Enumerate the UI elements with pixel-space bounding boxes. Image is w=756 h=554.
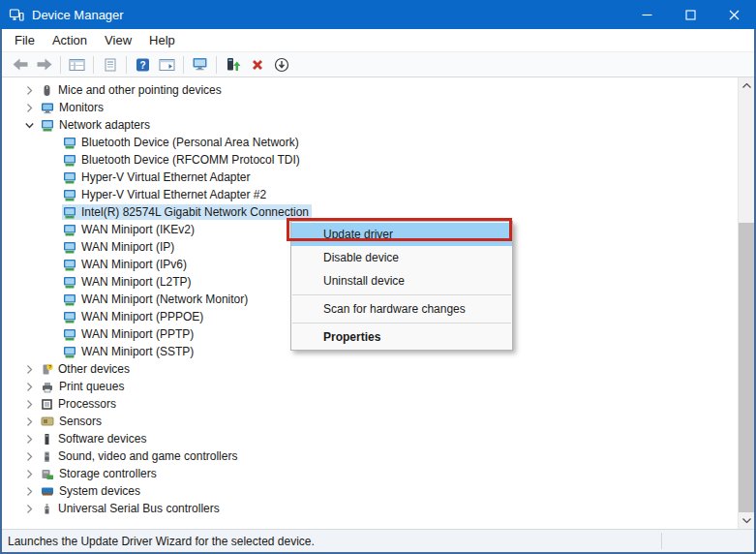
tree-item[interactable]: Intel(R) 82574L Gigabit Network Connecti…: [2, 203, 738, 221]
tree-item-content[interactable]: Sensors: [40, 414, 105, 429]
chevron-right-icon[interactable]: [25, 470, 40, 478]
minimize-button[interactable]: [625, 0, 669, 29]
tree-item[interactable]: Mice and other pointing devices: [2, 81, 738, 99]
help-button[interactable]: ?: [131, 53, 155, 76]
monitor-icon: [41, 102, 54, 114]
tree-item-content[interactable]: Hyper-V Virtual Ethernet Adapter #2: [62, 187, 269, 202]
tree-item-content[interactable]: Mice and other pointing devices: [40, 82, 225, 98]
scrollbar-thumb[interactable]: [739, 223, 754, 512]
properties-list-button[interactable]: [98, 53, 122, 76]
sound-icon: [41, 450, 53, 463]
chevron-right-icon[interactable]: [25, 104, 40, 112]
context-menu-uninstall-device[interactable]: Uninstall device: [291, 269, 512, 292]
tree-item[interactable]: Bluetooth Device (Personal Area Network): [2, 134, 738, 151]
tree-item-content[interactable]: WAN Miniport (IP): [62, 239, 177, 255]
tree-item-content[interactable]: WAN Miniport (Network Monitor): [62, 292, 251, 307]
tree-item-content[interactable]: Hyper-V Virtual Ethernet Adapter: [62, 169, 254, 185]
tree-item-content[interactable]: WAN Miniport (PPPOE): [62, 309, 206, 324]
toolbar-separator: [60, 56, 61, 74]
tree-item-label: WAN Miniport (PPPOE): [81, 310, 203, 323]
toolbar-separator: [93, 56, 94, 74]
mouse-icon: [41, 84, 53, 97]
tree-item-content[interactable]: Storage controllers: [40, 466, 160, 481]
tree-item-label: Other devices: [58, 362, 130, 376]
scroll-up-button[interactable]: [739, 77, 754, 94]
tree-item-content[interactable]: Bluetooth Device (RFCOMM Protocol TDI): [62, 152, 303, 168]
tree-item-content[interactable]: Bluetooth Device (Personal Area Network): [62, 135, 302, 150]
tree-item-content[interactable]: WAN Miniport (IKEv2): [62, 222, 197, 237]
tree-item[interactable]: Network adapters: [2, 116, 738, 134]
tree-item-content[interactable]: Universal Serial Bus controllers: [40, 501, 223, 516]
chevron-right-icon[interactable]: [25, 452, 40, 461]
chevron-right-icon[interactable]: [25, 487, 40, 496]
close-button[interactable]: [712, 0, 756, 29]
tree-item[interactable]: Hyper-V Virtual Ethernet Adapter: [2, 169, 738, 186]
tree-item-content[interactable]: Sound, video and game controllers: [40, 448, 240, 464]
scan-hardware-icon: [274, 57, 289, 73]
vertical-scrollbar[interactable]: [738, 77, 754, 529]
context-menu-disable-device[interactable]: Disable device: [291, 246, 512, 269]
back-button[interactable]: [8, 53, 32, 76]
forward-icon: [36, 58, 53, 71]
tree-item-content-selected[interactable]: Intel(R) 82574L Gigabit Network Connecti…: [62, 204, 312, 220]
remote-computer-button[interactable]: [188, 53, 212, 76]
forward-button[interactable]: [32, 53, 56, 76]
tree-item-label: WAN Miniport (L2TP): [81, 275, 192, 289]
tree-item[interactable]: Software devices: [2, 430, 738, 447]
tree-item-content[interactable]: Print queues: [40, 379, 127, 394]
minimize-icon: [642, 10, 652, 20]
console-tree-button[interactable]: [65, 53, 89, 76]
tree-item[interactable]: Universal Serial Bus controllers: [2, 500, 738, 517]
maximize-button[interactable]: [669, 0, 712, 29]
network-adapter-icon: [63, 328, 76, 341]
update-driver-button[interactable]: [221, 53, 245, 76]
tree-item-label: Mice and other pointing devices: [58, 83, 222, 97]
menu-file[interactable]: File: [6, 30, 44, 50]
chevron-right-icon[interactable]: [25, 400, 40, 409]
tree-item-label: Network adapters: [59, 118, 150, 132]
scan-hardware-button[interactable]: [269, 53, 293, 76]
action-pane-button[interactable]: [155, 53, 179, 76]
tree-item[interactable]: System devices: [2, 482, 738, 500]
context-menu-scan-for-hardware-changes[interactable]: Scan for hardware changes: [291, 297, 512, 321]
tree-item-content[interactable]: Software devices: [40, 431, 149, 446]
tree-item[interactable]: Monitors: [2, 99, 738, 116]
uninstall-device-button[interactable]: [245, 53, 269, 76]
menu-help[interactable]: Help: [140, 30, 184, 50]
chevron-right-icon[interactable]: [25, 435, 40, 444]
tree-item-label: Hyper-V Virtual Ethernet Adapter: [81, 170, 251, 184]
tree-item[interactable]: Sound, video and game controllers: [2, 447, 738, 465]
tree-item-content[interactable]: WAN Miniport (SSTP): [62, 344, 197, 359]
tree-item[interactable]: Hyper-V Virtual Ethernet Adapter #2: [2, 186, 738, 203]
tree-item-content[interactable]: WAN Miniport (L2TP): [62, 274, 195, 290]
context-menu-properties[interactable]: Properties: [291, 325, 512, 349]
chevron-right-icon[interactable]: [25, 505, 40, 513]
tree-item[interactable]: Storage controllers: [2, 465, 738, 482]
context-menu-update-driver[interactable]: Update driver: [291, 223, 512, 246]
storage-controller-icon: [41, 468, 54, 480]
tree-item[interactable]: Sensors: [2, 413, 738, 430]
chevron-right-icon[interactable]: [25, 383, 40, 391]
printer-icon: [41, 381, 54, 393]
tree-item[interactable]: Bluetooth Device (RFCOMM Protocol TDI): [2, 151, 738, 169]
chevron-right-icon[interactable]: [25, 86, 40, 95]
tree-item[interactable]: ?Other devices: [2, 360, 738, 378]
network-adapter-icon: [63, 171, 76, 184]
tree-item-content[interactable]: WAN Miniport (PPTP): [62, 326, 197, 342]
svg-text:?: ?: [48, 364, 51, 370]
menu-view[interactable]: View: [96, 30, 140, 50]
chevron-right-icon[interactable]: [25, 365, 40, 374]
chevron-right-icon[interactable]: [25, 417, 40, 426]
tree-item-content[interactable]: WAN Miniport (IPv6): [62, 257, 190, 272]
tree-item[interactable]: Print queues: [2, 378, 738, 395]
tree-item-content[interactable]: Network adapters: [40, 117, 153, 133]
tree-item[interactable]: Processors: [2, 395, 738, 413]
tree-item-content[interactable]: Monitors: [40, 100, 106, 115]
tree-item-content[interactable]: ?Other devices: [40, 361, 133, 377]
chevron-down-icon[interactable]: [25, 121, 40, 130]
tree-item-content[interactable]: Processors: [40, 396, 119, 412]
menu-action[interactable]: Action: [44, 30, 96, 50]
scroll-down-button[interactable]: [739, 512, 754, 529]
tree-item-content[interactable]: System devices: [40, 483, 143, 499]
sensor-icon: [41, 416, 54, 427]
